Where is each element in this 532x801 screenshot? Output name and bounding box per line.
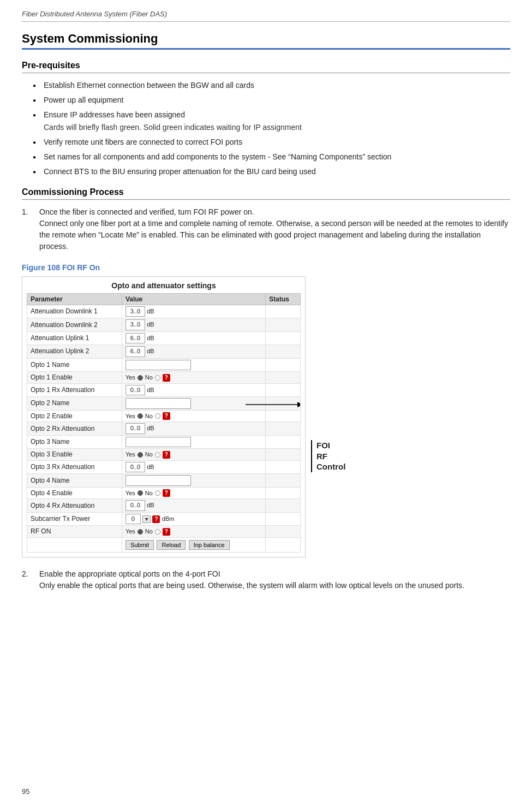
help-icon[interactable]: ? [163, 528, 170, 536]
param-label: Opto 1 Rx Attenuation [27, 383, 122, 396]
doc-header: Fiber Distributed Antenna System (Fiber … [22, 10, 510, 22]
param-label: Opto 4 Enable [27, 487, 122, 499]
param-label: Opto 2 Rx Attenuation [27, 422, 122, 435]
param-value: 6..0 dB [122, 345, 265, 358]
table-row: Opto 1 Name [27, 358, 301, 371]
table-row: Attenuation Downlink 1 3..0 dB [27, 305, 301, 318]
param-label: Subcarrier Tx Power [27, 512, 122, 525]
name-input[interactable] [125, 437, 191, 447]
param-value [122, 397, 265, 410]
dropdown-arrow-icon[interactable]: ▼ [142, 515, 151, 524]
name-input[interactable] [125, 360, 191, 370]
radio-no[interactable] [155, 375, 160, 381]
list-item: 2. Enable the appropriate optical ports … [22, 568, 510, 591]
param-value: 0..0 dB [122, 499, 265, 512]
radio-no-rfon[interactable] [155, 529, 160, 535]
help-icon[interactable]: ? [163, 489, 170, 497]
radio-no[interactable] [155, 452, 160, 458]
svg-marker-1 [297, 402, 300, 407]
input-field[interactable]: 3..0 [125, 319, 145, 330]
table-row: Opto 1 Enable Yes No ? [27, 371, 301, 383]
name-input[interactable] [125, 475, 191, 485]
submit-button[interactable]: Submit [125, 540, 154, 550]
param-value: Yes No ? [122, 487, 265, 499]
param-value: 0 ▼ ? dBm [122, 512, 265, 525]
figure-annotation: FOI RF Control [311, 407, 376, 483]
param-status [266, 371, 301, 383]
help-icon[interactable]: ? [163, 451, 170, 459]
param-label: Attenuation Downlink 2 [27, 318, 122, 331]
param-status [266, 358, 301, 371]
help-icon[interactable]: ? [152, 515, 160, 523]
param-label: Opto 4 Rx Attenuation [27, 499, 122, 512]
param-value [122, 474, 265, 487]
table-row: Opto 3 Enable Yes No ? [27, 449, 301, 461]
list-item: Verify remote unit fibers are connected … [33, 137, 510, 148]
param-label: RF ON [27, 526, 122, 538]
param-label: Opto 3 Name [27, 435, 122, 448]
list-item: Connect BTS to the BIU ensuring proper a… [33, 166, 510, 177]
param-status [266, 345, 301, 358]
table-row: Opto 4 Name [27, 474, 301, 487]
table-row: Attenuation Uplink 1 6..0 dB [27, 331, 301, 345]
table-row: Attenuation Uplink 2 6..0 dB [27, 345, 301, 358]
param-value [122, 435, 265, 448]
reload-button[interactable]: Reload [157, 540, 186, 550]
commissioning-step2: 2. Enable the appropriate optical ports … [22, 568, 510, 591]
input-field[interactable]: 0..0 [125, 423, 145, 434]
param-status [266, 305, 301, 318]
param-value: Yes No ? [122, 449, 265, 461]
param-status [266, 331, 301, 345]
figure-title: Opto and attenuator settings [27, 281, 301, 290]
param-label: Opto 3 Enable [27, 449, 122, 461]
col-header-param: Parameter [27, 294, 122, 305]
list-item: 1. Once the fiber is connected and verif… [22, 206, 510, 252]
param-value: 0..0 dB [122, 422, 265, 435]
table-row: Opto 3 Rx Attenuation 0..0 dB [27, 460, 301, 473]
radio-yes[interactable] [138, 375, 143, 381]
input-field[interactable]: 0..0 [125, 385, 145, 395]
help-icon[interactable]: ? [163, 412, 170, 420]
input-field[interactable]: 3..0 [125, 306, 145, 317]
input-field[interactable]: 6..0 [125, 333, 145, 343]
param-label: Attenuation Downlink 1 [27, 305, 122, 318]
input-field[interactable]: 0 [125, 514, 141, 524]
inp-balance-button[interactable]: Inp balance [189, 540, 230, 550]
param-status [266, 422, 301, 435]
param-label: Opto 2 Enable [27, 410, 122, 422]
list-item: Ensure IP addresses have been assigned C… [33, 109, 510, 133]
table-row: Opto 2 Rx Attenuation 0..0 dB [27, 422, 301, 435]
radio-yes[interactable] [138, 452, 143, 458]
table-row: Attenuation Downlink 2 3..0 dB [27, 318, 301, 331]
radio-no[interactable] [155, 490, 160, 496]
radio-yes-rfon[interactable] [138, 529, 143, 535]
param-status [266, 435, 301, 448]
param-label: Attenuation Uplink 2 [27, 345, 122, 358]
help-icon[interactable]: ? [163, 374, 170, 382]
list-item: Power up all equipment [33, 94, 510, 106]
name-input[interactable] [125, 398, 191, 408]
table-row: Opto 4 Enable Yes No ? [27, 487, 301, 499]
param-value: 0..0 dB [122, 460, 265, 473]
input-field[interactable]: 0..0 [125, 462, 145, 472]
radio-yes[interactable] [138, 490, 143, 496]
param-value: 3..0 dB [122, 305, 265, 318]
param-label: Opto 1 Name [27, 358, 122, 371]
param-label: Opto 4 Name [27, 474, 122, 487]
input-field[interactable]: 0..0 [125, 500, 145, 511]
radio-no[interactable] [155, 413, 160, 419]
page-title: System Commissioning [22, 32, 510, 46]
param-value: Yes No ? [122, 371, 265, 383]
param-label: Attenuation Uplink 1 [27, 331, 122, 345]
input-field[interactable]: 6..0 [125, 346, 145, 357]
table-row: Subcarrier Tx Power 0 ▼ ? dBm [27, 512, 301, 525]
param-status [266, 474, 301, 487]
table-row: RF ON Yes No ? [27, 526, 301, 538]
radio-yes[interactable] [138, 413, 143, 419]
param-status [266, 318, 301, 331]
param-label: Opto 2 Name [27, 397, 122, 410]
page-number: 95 [22, 787, 29, 796]
table-row: Opto 3 Name [27, 435, 301, 448]
settings-table: Parameter Value Status Attenuation Downl… [27, 293, 301, 553]
table-row: Opto 4 Rx Attenuation 0..0 dB [27, 499, 301, 512]
